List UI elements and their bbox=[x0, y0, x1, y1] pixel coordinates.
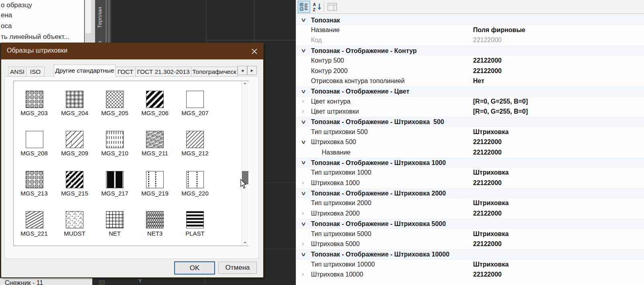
svg-text:A: A bbox=[313, 2, 316, 7]
svg-text:Z: Z bbox=[313, 8, 315, 12]
